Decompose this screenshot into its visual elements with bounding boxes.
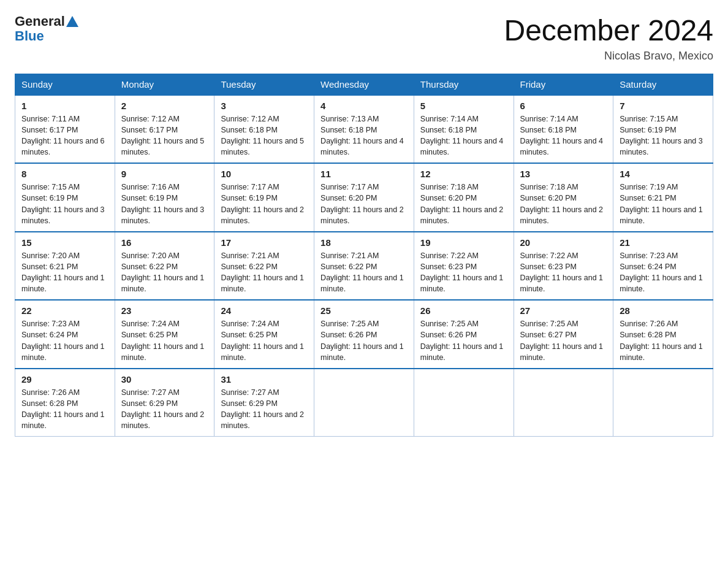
day-number: 19 — [420, 237, 507, 248]
day-info: Sunrise: 7:26 AMSunset: 6:28 PMDaylight:… — [620, 320, 703, 361]
day-number: 5 — [420, 101, 507, 111]
day-number: 25 — [320, 305, 408, 316]
day-info: Sunrise: 7:26 AMSunset: 6:28 PMDaylight:… — [21, 388, 105, 430]
calendar-cell: 3 Sunrise: 7:12 AMSunset: 6:18 PMDayligh… — [214, 95, 314, 164]
day-info: Sunrise: 7:18 AMSunset: 6:20 PMDaylight:… — [420, 183, 504, 224]
day-info: Sunrise: 7:15 AMSunset: 6:19 PMDaylight:… — [620, 115, 703, 156]
day-number: 3 — [221, 101, 308, 111]
calendar-week-row: 8 Sunrise: 7:15 AMSunset: 6:19 PMDayligh… — [15, 163, 713, 232]
day-info: Sunrise: 7:21 AMSunset: 6:22 PMDaylight:… — [221, 251, 304, 293]
calendar-cell: 13 Sunrise: 7:18 AMSunset: 6:20 PMDaylig… — [514, 163, 613, 232]
day-number: 14 — [620, 169, 707, 179]
calendar-week-row: 29 Sunrise: 7:26 AMSunset: 6:28 PMDaylig… — [15, 369, 713, 437]
day-info: Sunrise: 7:25 AMSunset: 6:26 PMDaylight:… — [320, 320, 404, 361]
calendar-cell: 24 Sunrise: 7:24 AMSunset: 6:25 PMDaylig… — [214, 300, 314, 369]
day-info: Sunrise: 7:24 AMSunset: 6:25 PMDaylight:… — [221, 320, 304, 361]
day-number: 12 — [420, 169, 507, 179]
day-info: Sunrise: 7:21 AMSunset: 6:22 PMDaylight:… — [320, 251, 404, 293]
col-monday: Monday — [115, 74, 214, 95]
col-wednesday: Wednesday — [314, 74, 414, 95]
day-info: Sunrise: 7:19 AMSunset: 6:21 PMDaylight:… — [620, 183, 703, 224]
calendar-cell — [613, 369, 713, 437]
day-info: Sunrise: 7:15 AMSunset: 6:19 PMDaylight:… — [21, 183, 105, 224]
day-info: Sunrise: 7:23 AMSunset: 6:24 PMDaylight:… — [21, 320, 105, 361]
day-number: 15 — [21, 237, 108, 248]
calendar-cell: 31 Sunrise: 7:27 AMSunset: 6:29 PMDaylig… — [214, 369, 314, 437]
calendar-cell: 15 Sunrise: 7:20 AMSunset: 6:21 PMDaylig… — [15, 232, 115, 301]
day-info: Sunrise: 7:20 AMSunset: 6:21 PMDaylight:… — [21, 251, 105, 293]
day-info: Sunrise: 7:23 AMSunset: 6:24 PMDaylight:… — [620, 251, 703, 293]
calendar-cell: 22 Sunrise: 7:23 AMSunset: 6:24 PMDaylig… — [15, 300, 115, 369]
calendar-cell: 11 Sunrise: 7:17 AMSunset: 6:20 PMDaylig… — [314, 163, 414, 232]
day-info: Sunrise: 7:13 AMSunset: 6:18 PMDaylight:… — [320, 115, 404, 156]
day-number: 17 — [221, 237, 308, 248]
day-number: 16 — [121, 237, 208, 248]
calendar-cell: 10 Sunrise: 7:17 AMSunset: 6:19 PMDaylig… — [214, 163, 314, 232]
day-info: Sunrise: 7:16 AMSunset: 6:19 PMDaylight:… — [121, 183, 205, 224]
calendar-cell: 16 Sunrise: 7:20 AMSunset: 6:22 PMDaylig… — [115, 232, 214, 301]
calendar-cell: 23 Sunrise: 7:24 AMSunset: 6:25 PMDaylig… — [115, 300, 214, 369]
day-number: 18 — [320, 237, 408, 248]
day-number: 13 — [520, 169, 607, 179]
day-number: 29 — [21, 374, 108, 385]
logo-blue-text: Blue — [15, 28, 44, 44]
col-tuesday: Tuesday — [214, 74, 314, 95]
calendar-cell: 17 Sunrise: 7:21 AMSunset: 6:22 PMDaylig… — [214, 232, 314, 301]
col-thursday: Thursday — [414, 74, 514, 95]
day-info: Sunrise: 7:18 AMSunset: 6:20 PMDaylight:… — [520, 183, 604, 224]
calendar-table: Sunday Monday Tuesday Wednesday Thursday… — [15, 74, 713, 437]
day-info: Sunrise: 7:12 AMSunset: 6:17 PMDaylight:… — [121, 115, 205, 156]
logo: General Blue — [15, 15, 80, 44]
calendar-cell: 6 Sunrise: 7:14 AMSunset: 6:18 PMDayligh… — [514, 95, 613, 164]
day-info: Sunrise: 7:25 AMSunset: 6:26 PMDaylight:… — [420, 320, 504, 361]
day-number: 10 — [221, 169, 308, 179]
calendar-cell: 1 Sunrise: 7:11 AMSunset: 6:17 PMDayligh… — [15, 95, 115, 164]
day-number: 20 — [520, 237, 607, 248]
day-info: Sunrise: 7:24 AMSunset: 6:25 PMDaylight:… — [121, 320, 205, 361]
day-number: 2 — [121, 101, 208, 111]
calendar-cell: 8 Sunrise: 7:15 AMSunset: 6:19 PMDayligh… — [15, 163, 115, 232]
calendar-week-row: 1 Sunrise: 7:11 AMSunset: 6:17 PMDayligh… — [15, 95, 713, 164]
day-info: Sunrise: 7:25 AMSunset: 6:27 PMDaylight:… — [520, 320, 604, 361]
calendar-cell: 26 Sunrise: 7:25 AMSunset: 6:26 PMDaylig… — [414, 300, 514, 369]
col-friday: Friday — [514, 74, 613, 95]
day-info: Sunrise: 7:14 AMSunset: 6:18 PMDaylight:… — [420, 115, 504, 156]
logo-general-text: General — [15, 15, 65, 28]
col-sunday: Sunday — [15, 74, 115, 95]
calendar-week-row: 22 Sunrise: 7:23 AMSunset: 6:24 PMDaylig… — [15, 300, 713, 369]
day-info: Sunrise: 7:20 AMSunset: 6:22 PMDaylight:… — [121, 251, 205, 293]
calendar-cell: 9 Sunrise: 7:16 AMSunset: 6:19 PMDayligh… — [115, 163, 214, 232]
day-info: Sunrise: 7:14 AMSunset: 6:18 PMDaylight:… — [520, 115, 604, 156]
day-info: Sunrise: 7:12 AMSunset: 6:18 PMDaylight:… — [221, 115, 304, 156]
calendar-cell: 29 Sunrise: 7:26 AMSunset: 6:28 PMDaylig… — [15, 369, 115, 437]
calendar-cell: 30 Sunrise: 7:27 AMSunset: 6:29 PMDaylig… — [115, 369, 214, 437]
day-number: 24 — [221, 305, 308, 316]
day-number: 21 — [620, 237, 707, 248]
calendar-cell: 20 Sunrise: 7:22 AMSunset: 6:23 PMDaylig… — [514, 232, 613, 301]
title-block: December 2024 Nicolas Bravo, Mexico — [504, 15, 713, 63]
calendar-cell — [514, 369, 613, 437]
calendar-cell: 18 Sunrise: 7:21 AMSunset: 6:22 PMDaylig… — [314, 232, 414, 301]
calendar-cell: 7 Sunrise: 7:15 AMSunset: 6:19 PMDayligh… — [613, 95, 713, 164]
day-number: 23 — [121, 305, 208, 316]
day-info: Sunrise: 7:27 AMSunset: 6:29 PMDaylight:… — [221, 388, 304, 430]
day-info: Sunrise: 7:22 AMSunset: 6:23 PMDaylight:… — [520, 251, 604, 293]
calendar-header-row: Sunday Monday Tuesday Wednesday Thursday… — [15, 74, 713, 95]
day-info: Sunrise: 7:27 AMSunset: 6:29 PMDaylight:… — [121, 388, 205, 430]
col-saturday: Saturday — [613, 74, 713, 95]
calendar-cell: 25 Sunrise: 7:25 AMSunset: 6:26 PMDaylig… — [314, 300, 414, 369]
day-number: 7 — [620, 101, 707, 111]
day-number: 22 — [21, 305, 108, 316]
calendar-cell: 19 Sunrise: 7:22 AMSunset: 6:23 PMDaylig… — [414, 232, 514, 301]
calendar-cell: 2 Sunrise: 7:12 AMSunset: 6:17 PMDayligh… — [115, 95, 214, 164]
calendar-cell: 4 Sunrise: 7:13 AMSunset: 6:18 PMDayligh… — [314, 95, 414, 164]
logo-triangle-icon — [66, 16, 78, 27]
day-info: Sunrise: 7:11 AMSunset: 6:17 PMDaylight:… — [21, 115, 105, 156]
calendar-cell: 27 Sunrise: 7:25 AMSunset: 6:27 PMDaylig… — [514, 300, 613, 369]
day-number: 26 — [420, 305, 507, 316]
day-number: 6 — [520, 101, 607, 111]
page-header: General Blue December 2024 Nicolas Bravo… — [15, 15, 713, 63]
day-number: 11 — [320, 169, 408, 179]
day-number: 30 — [121, 374, 208, 385]
calendar-cell: 21 Sunrise: 7:23 AMSunset: 6:24 PMDaylig… — [613, 232, 713, 301]
